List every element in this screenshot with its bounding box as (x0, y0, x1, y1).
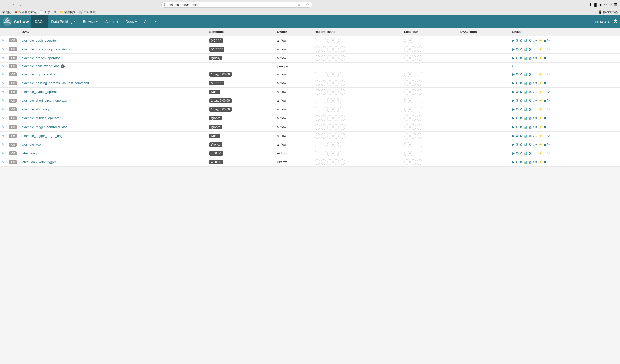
dag-toggle-button[interactable]: Off (9, 160, 17, 164)
trigger-icon[interactable]: ▶ (512, 47, 515, 51)
trigger-icon[interactable]: ▶ (512, 142, 515, 147)
dag-name-link[interactable]: example_xcom (22, 143, 43, 146)
code-icon[interactable]: ▩ (528, 47, 532, 51)
info-icon[interactable]: i (61, 64, 65, 68)
dag-toggle-button[interactable]: Off (9, 99, 17, 103)
dag-name-link[interactable]: example_branch_dop_operator_v3 (22, 47, 72, 51)
tree-icon[interactable]: ▿ (532, 98, 535, 103)
gear-icon[interactable]: ⚙ (515, 151, 519, 155)
chart-icon[interactable]: 📊 (523, 38, 528, 43)
trigger-icon[interactable]: ▶ (512, 81, 515, 85)
dag-toggle-button[interactable]: Off (9, 107, 17, 111)
dag-toggle-button[interactable]: Off (9, 47, 17, 51)
refresh-icon[interactable]: ↻ (547, 134, 550, 138)
tree-icon[interactable]: ▿ (532, 116, 535, 120)
gantt-icon[interactable]: ≡ (535, 116, 538, 120)
flower-icon[interactable]: ✿ (520, 47, 523, 51)
refresh-icon[interactable]: ↻ (547, 98, 550, 103)
trigger-icon[interactable]: ▶ (512, 116, 515, 120)
edit-icon[interactable]: ✎ (2, 72, 5, 76)
tree-icon[interactable]: ▿ (532, 81, 535, 85)
edit-icon[interactable]: ✎ (2, 47, 5, 51)
dag-name-link[interactable]: latest_only (22, 151, 37, 155)
gear-icon[interactable]: ⚙ (515, 90, 519, 94)
chart-icon[interactable]: 📊 (523, 98, 528, 103)
chart-icon[interactable]: 📊 (523, 160, 528, 164)
trigger-icon[interactable]: ▶ (512, 38, 515, 43)
dag-toggle-button[interactable]: Off (9, 125, 17, 129)
dag-toggle-button[interactable]: Off (9, 151, 17, 155)
dag-name-link[interactable]: example_subdag_operator (22, 116, 61, 120)
dag-toggle-button[interactable]: Off (9, 56, 17, 60)
refresh-icon[interactable]: ↻ (547, 160, 550, 164)
tree-icon[interactable]: ▿ (532, 90, 535, 94)
edit-icon[interactable]: ✎ (2, 134, 5, 138)
refresh-icon[interactable]: ↻ (547, 107, 550, 111)
landing-times-icon[interactable]: ⚡ (538, 142, 543, 147)
trigger-icon[interactable]: ▶ (512, 72, 515, 76)
flower-icon[interactable]: ✿ (520, 107, 523, 111)
dag-name-link[interactable]: example_short_circuit_operator (22, 99, 67, 102)
gantt-icon[interactable]: ≡ (535, 151, 538, 155)
gantt-icon[interactable]: ≡ (535, 38, 538, 43)
nav-data-profiling[interactable]: Data Profiling ▼ (48, 15, 79, 28)
landing-times-icon[interactable]: ⚡ (538, 116, 543, 120)
chart-icon[interactable]: 📊 (523, 47, 528, 51)
flower-icon[interactable]: ✿ (520, 98, 523, 103)
tries-icon[interactable]: ≣ (543, 116, 546, 120)
tree-icon[interactable]: ▿ (532, 151, 535, 155)
dag-name-link[interactable]: example_trigger_target_dag (22, 134, 63, 138)
tries-icon[interactable]: ≣ (543, 160, 546, 164)
tries-icon[interactable]: ≣ (543, 107, 546, 111)
landing-times-icon[interactable]: ⚡ (538, 125, 543, 129)
gantt-icon[interactable]: ≡ (535, 134, 538, 138)
code-icon[interactable]: ▩ (528, 72, 532, 76)
dag-name-link[interactable]: example_http_operator (22, 72, 55, 76)
dag-name-link[interactable]: latest_only_with_trigger (22, 160, 56, 164)
dag-name-link[interactable]: example_hello_world_dag (22, 64, 60, 68)
landing-times-icon[interactable]: ⚡ (538, 81, 543, 85)
bookmark-common[interactable]: 📁 常用网址 (60, 10, 76, 14)
flower-icon[interactable]: ✿ (520, 56, 523, 60)
code-icon[interactable]: ▩ (528, 38, 532, 43)
flower-icon[interactable]: ✿ (520, 160, 523, 164)
dag-name-link[interactable]: example_branch_operator (22, 56, 60, 60)
edit-icon[interactable]: ✎ (2, 56, 5, 60)
dag-toggle-button[interactable]: Off (9, 38, 17, 42)
tree-icon[interactable]: ▿ (532, 56, 535, 60)
gear-icon[interactable]: ⚙ (515, 142, 519, 147)
chart-icon[interactable]: 📊 (523, 72, 528, 76)
dag-toggle-button[interactable]: Off (9, 134, 17, 138)
back-history-icon[interactable]: ↩ (604, 3, 607, 7)
tries-icon[interactable]: ≣ (543, 142, 546, 147)
refresh-icon[interactable]: ↻ (512, 64, 515, 68)
code-icon[interactable]: ▩ (528, 142, 532, 147)
landing-times-icon[interactable]: ⚡ (538, 134, 543, 138)
code-icon[interactable]: ▩ (528, 107, 532, 111)
more-tools-icon[interactable]: ⤢ (609, 3, 612, 7)
edit-icon[interactable]: ✎ (2, 160, 5, 164)
chart-icon[interactable]: 📊 (523, 116, 528, 120)
refresh-icon[interactable]: ↻ (547, 125, 550, 129)
landing-times-icon[interactable]: ⚡ (538, 90, 543, 94)
gear-icon[interactable]: ⚙ (515, 134, 519, 138)
flower-icon[interactable]: ✿ (520, 125, 523, 129)
gantt-icon[interactable]: ≡ (535, 90, 538, 94)
dag-toggle-button[interactable]: Off (9, 81, 17, 85)
tries-icon[interactable]: ≣ (543, 125, 546, 129)
landing-times-icon[interactable]: ⚡ (538, 98, 543, 103)
refresh-icon[interactable]: ↻ (547, 151, 550, 155)
mobile-bookmark[interactable]: 📱 移动版书签 (598, 10, 618, 14)
dag-name-link[interactable]: example_passing_params_via_test_command (22, 81, 89, 85)
edit-icon[interactable]: ✎ (2, 81, 5, 85)
tries-icon[interactable]: ≣ (543, 151, 546, 155)
airflow-logo[interactable]: Airflow (3, 17, 29, 26)
trigger-icon[interactable]: ▶ (512, 125, 515, 129)
download-icon[interactable]: ⬇ (589, 3, 592, 7)
tries-icon[interactable]: ≣ (543, 81, 546, 85)
refresh-icon[interactable]: ↻ (547, 81, 550, 85)
dag-toggle-button[interactable]: Off (9, 64, 17, 68)
tries-icon[interactable]: ≣ (543, 56, 546, 60)
flower-icon[interactable]: ✿ (520, 72, 523, 76)
library-icon[interactable]: ||| (594, 3, 597, 7)
